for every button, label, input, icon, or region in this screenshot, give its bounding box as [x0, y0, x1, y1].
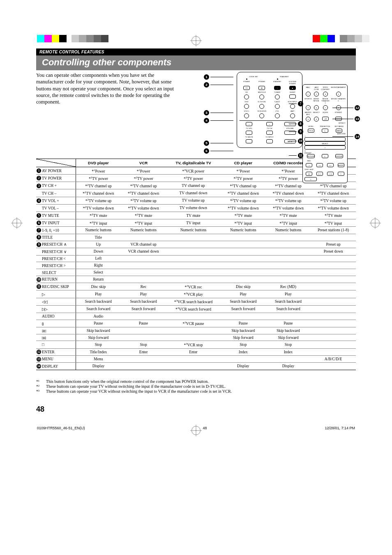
dtv-button[interactable]	[259, 104, 264, 109]
pause-button[interactable]: ▯▯	[306, 172, 312, 176]
search-fwd-button[interactable]: ▷▷	[327, 163, 334, 167]
color-bar-left	[37, 35, 108, 42]
callout-4: 4	[204, 118, 209, 123]
btn-label: PRESET/CH	[318, 125, 331, 127]
table-cell	[266, 276, 311, 283]
table-cell	[311, 234, 356, 241]
table-cell	[166, 334, 221, 341]
rec-button[interactable]: ○	[306, 163, 312, 167]
table-cell: Pause	[76, 320, 121, 327]
skip-fwd-button[interactable]: ▷▷▯	[327, 172, 334, 176]
table-row: 8TITLETitle	[36, 234, 356, 241]
play-icon	[42, 292, 45, 297]
tvch-up-button[interactable]: +	[266, 122, 273, 126]
return-button[interactable]: RETURN	[307, 154, 315, 158]
table-cell: Rec (MD)	[266, 283, 311, 290]
table-cell: Play	[121, 290, 166, 298]
table-cell	[121, 355, 166, 362]
vcr1-button[interactable]	[244, 113, 249, 118]
dsp-button[interactable]: 2	[314, 92, 319, 97]
table-cell: Numeric buttons	[221, 227, 266, 234]
table-cell: Title	[76, 234, 121, 241]
row-number-badge: 1	[37, 168, 41, 173]
callout-6: 6	[204, 148, 209, 154]
table-cell: VCR channel up	[121, 241, 166, 248]
dsp-button[interactable]: +10	[322, 117, 329, 121]
table-cell: A/B/C/D/E	[311, 355, 356, 362]
footer-filename: 0109HTR5560_46-51_EN(U)	[37, 426, 85, 430]
row-header: PRESET/CH <	[36, 255, 76, 262]
tv-mute-button[interactable]	[246, 139, 252, 143]
table-cell	[311, 363, 356, 370]
table-cell	[166, 327, 221, 334]
select-button[interactable]: SELECT	[304, 141, 346, 145]
dvd-button[interactable]	[244, 104, 249, 109]
tvvol-down-button[interactable]: –	[246, 131, 252, 135]
table-row: 6TV INPUT*2TV input*2TV inputTV input*2T…	[36, 219, 356, 227]
table-cell	[166, 355, 221, 362]
dsp-button[interactable]: 0	[314, 117, 319, 122]
tvch-down-button[interactable]: –	[266, 131, 273, 135]
tv-button[interactable]	[275, 113, 280, 118]
table-cell	[221, 313, 266, 320]
registration-mark-icon	[191, 36, 201, 45]
preset-up-button[interactable]: ∧	[322, 129, 328, 133]
vaux-button[interactable]	[275, 104, 280, 109]
btn-label: POWER	[240, 81, 254, 85]
row-header: 10RETURN	[36, 276, 76, 283]
stop-button[interactable]: □	[338, 172, 344, 176]
av-power-button[interactable]: AV	[258, 86, 265, 90]
table-cell	[311, 276, 356, 283]
footnote-mark: *³	[36, 389, 44, 394]
row-header: 12ENTER	[36, 348, 76, 355]
dsp-button[interactable]: 9	[306, 117, 311, 122]
standby-button[interactable]: •	[274, 86, 281, 90]
table-cell: Numeric buttons	[166, 227, 221, 234]
table-cell	[266, 269, 311, 276]
row-header: TV VOL –	[36, 204, 76, 212]
display-button[interactable]: DISPLAY	[335, 154, 343, 158]
row-header: 6TV INPUT	[36, 219, 76, 227]
tvvol-up-button[interactable]: +	[246, 122, 252, 126]
search-back-button[interactable]: ◁◁	[316, 163, 323, 167]
row-header: SELECT	[36, 269, 76, 276]
table-cell: *2TV mute	[311, 212, 356, 219]
tuner-button[interactable]	[275, 94, 280, 99]
table-cell: *2TV volume up	[221, 197, 266, 204]
md-button[interactable]	[259, 94, 264, 99]
row-label: TV POWER	[42, 176, 62, 180]
table-cell: Index	[266, 348, 311, 355]
dsp-button[interactable]: 1	[306, 92, 311, 97]
dsp-button[interactable]: 6	[314, 105, 319, 110]
table-cell	[121, 327, 166, 334]
dsp-label: SELECT	[313, 111, 320, 115]
btn-label: VCR 1	[240, 110, 254, 112]
skip-back-button[interactable]: ▯◁◁	[316, 172, 323, 176]
table-row: PRESET/CH ∨DownVCR channel downPreset do…	[36, 248, 356, 255]
right-button[interactable]: >	[304, 145, 346, 150]
row-label: TV VOL –	[42, 206, 59, 210]
table-row: SELECTSelect	[36, 269, 356, 276]
btn-label: TV VOL	[240, 127, 259, 129]
tv-power-button[interactable]: TV	[243, 86, 250, 90]
dsp-button[interactable]: 7	[323, 105, 328, 110]
footnotes: *¹This button functions only when the or…	[36, 379, 356, 394]
dsp-button[interactable]: 5	[306, 105, 311, 110]
dsp-label: JAZZ CLUB	[313, 86, 320, 90]
row-label: PRESET/CH >	[42, 264, 66, 268]
vcr2-button[interactable]	[259, 113, 264, 118]
table-cell: *2TV channel up	[121, 182, 166, 189]
table-cell: *2TV channel down	[221, 189, 266, 197]
dsp-button[interactable]: 3	[323, 92, 328, 97]
cd-button[interactable]	[244, 94, 249, 99]
row-header: 1AV POWER	[36, 167, 76, 175]
footer-timestamp: 12/28/01, 7:14 PM	[325, 426, 355, 430]
preset-down-button[interactable]: ∨	[322, 154, 328, 158]
table-cell: Disc skip	[76, 283, 121, 290]
tv-input-button[interactable]	[266, 139, 273, 143]
table-cell	[311, 298, 356, 305]
audio-button[interactable]: AUDIO	[338, 163, 344, 167]
play-button[interactable]: ▷	[304, 177, 317, 181]
table-cell: Search backward	[121, 298, 166, 305]
title-button[interactable]: TITLE	[308, 129, 314, 133]
